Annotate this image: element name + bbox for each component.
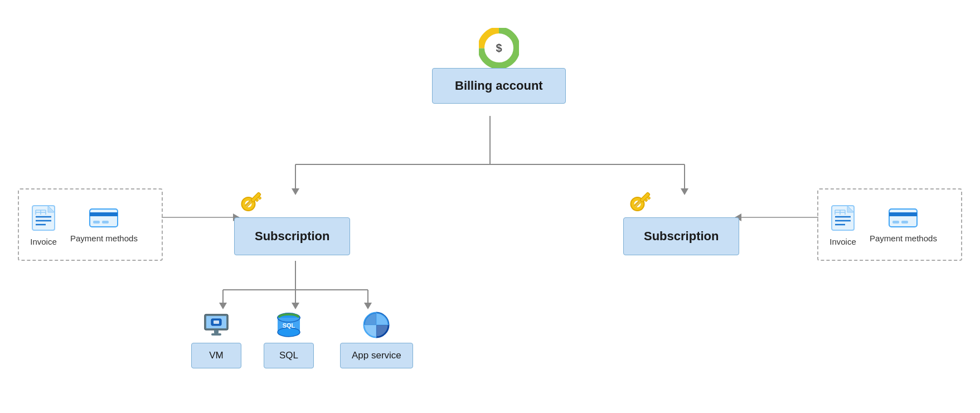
svg-rect-43 — [214, 330, 219, 333]
sql-icon-wrap: SQL — [273, 309, 304, 341]
left-invoice-label: Invoice — [30, 237, 57, 246]
right-side-box: Invoice Payment methods — [817, 188, 962, 261]
right-invoice-item: Invoice — [829, 203, 856, 246]
left-subscription-label: Subscription — [255, 229, 329, 243]
svg-text:SQL: SQL — [283, 322, 295, 329]
billing-account-node: $ Billing account — [432, 28, 566, 104]
svg-rect-77 — [889, 209, 917, 227]
left-payment-item: Payment methods — [70, 207, 138, 243]
billing-account-box: Billing account — [432, 68, 566, 104]
svg-marker-9 — [219, 303, 227, 309]
sql-resource-node: SQL SQL — [264, 309, 314, 368]
right-payment-item: Payment methods — [870, 207, 937, 243]
vm-resource-node: VM — [191, 309, 241, 368]
appservice-box: App service — [340, 343, 413, 368]
right-invoice-icon — [829, 203, 856, 232]
sql-box: SQL — [264, 343, 314, 368]
appservice-icon-wrap — [361, 309, 392, 341]
billing-account-icon: $ — [479, 28, 519, 68]
right-invoice-label: Invoice — [829, 237, 856, 246]
diagram-container: $ Billing account Sub — [0, 0, 980, 413]
vm-label: VM — [209, 350, 224, 361]
billing-account-label: Billing account — [455, 79, 543, 93]
left-subscription-node: Subscription — [234, 190, 350, 255]
left-payment-label: Payment methods — [70, 234, 138, 243]
appservice-label: App service — [352, 350, 401, 361]
svg-rect-44 — [211, 333, 221, 336]
svg-rect-64 — [90, 212, 118, 216]
left-payment-icon — [89, 207, 119, 229]
right-subscription-box: Subscription — [623, 217, 739, 255]
svg-marker-11 — [292, 303, 299, 309]
svg-point-47 — [278, 328, 300, 337]
svg-rect-63 — [90, 209, 118, 227]
svg-marker-13 — [364, 303, 372, 309]
left-side-box: Invoice Payment methods — [18, 188, 163, 261]
svg-rect-78 — [889, 212, 917, 216]
left-invoice-icon — [30, 203, 57, 232]
svg-rect-65 — [93, 221, 100, 223]
vm-icon — [201, 310, 231, 340]
appservice-icon — [361, 310, 391, 340]
vm-icon-wrap — [201, 309, 232, 341]
svg-rect-79 — [892, 221, 899, 223]
left-invoice-item: Invoice — [30, 203, 57, 246]
svg-rect-42 — [214, 320, 219, 324]
right-payment-label: Payment methods — [870, 234, 937, 243]
left-subscription-box: Subscription — [234, 217, 350, 255]
right-payment-icon — [888, 207, 918, 229]
right-subscription-node: Subscription — [623, 190, 739, 255]
svg-rect-80 — [901, 221, 908, 223]
appservice-resource-node: App service — [340, 309, 413, 368]
svg-rect-66 — [102, 221, 109, 223]
sql-label: SQL — [279, 350, 298, 361]
svg-text:$: $ — [496, 42, 502, 54]
sql-icon: SQL — [274, 310, 304, 340]
right-subscription-label: Subscription — [644, 229, 719, 243]
vm-box: VM — [191, 343, 241, 368]
